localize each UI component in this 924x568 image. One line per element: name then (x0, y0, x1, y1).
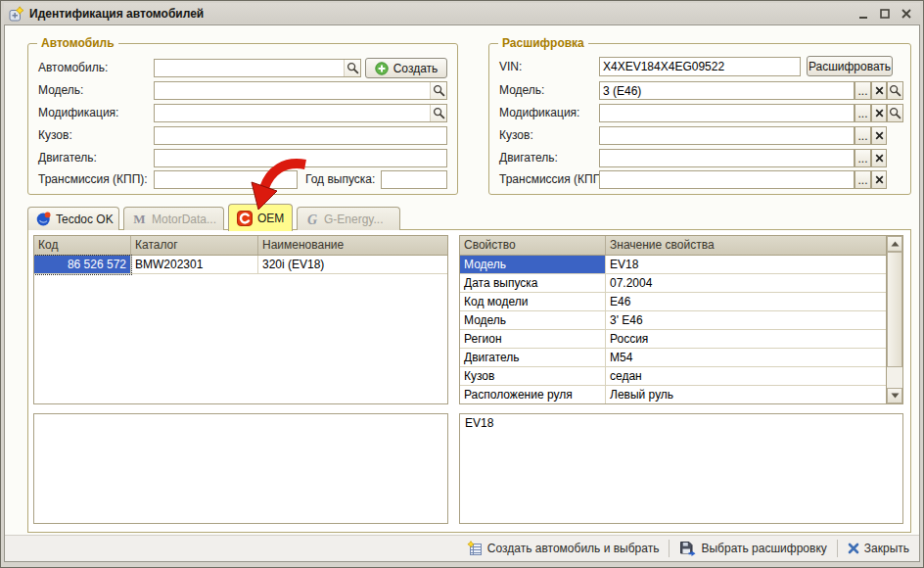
cell-code[interactable]: 86 526 572 (34, 256, 131, 274)
table-row[interactable]: 86 526 572 BMW202301 320i (EV18) (34, 256, 447, 274)
body-clear-button[interactable] (871, 126, 887, 145)
results-table[interactable]: Код Каталог Наименование 86 526 572 BMW2… (33, 235, 448, 404)
property-row[interactable]: Регион Россия (460, 330, 886, 349)
property-row[interactable]: Кузов седан (460, 367, 886, 386)
tecdoc-icon (36, 212, 51, 226)
transmission-ellipsis-button[interactable]: ... (855, 170, 871, 189)
scroll-up-icon[interactable] (887, 236, 902, 252)
model-search-button[interactable] (887, 81, 903, 100)
results-table-header[interactable]: Код Каталог Наименование (34, 236, 447, 256)
year-label: Год выпуска: (305, 170, 375, 189)
decode-modification-label: Модификация: (499, 104, 579, 122)
decode-engine-label: Двигатель: (499, 149, 558, 167)
create-car-icon (467, 541, 483, 556)
property-row[interactable]: Модель EV18 (460, 256, 886, 274)
close-button[interactable] (900, 7, 913, 21)
col-name[interactable]: Наименование (258, 236, 447, 255)
close-blue-icon (848, 543, 859, 554)
modification-label: Модификация: (38, 104, 118, 122)
properties-table[interactable]: Свойство Значение свойства Модель EV18 Д… (459, 235, 903, 404)
svg-text:M: M (133, 213, 145, 225)
cell-catalog[interactable]: BMW202301 (131, 256, 258, 274)
select-decode-icon (679, 541, 696, 556)
search-icon[interactable] (430, 82, 446, 99)
model-label: Модель: (38, 81, 83, 100)
col-code[interactable]: Код (34, 236, 131, 255)
genergy-icon: G (305, 213, 319, 226)
create-car-button[interactable]: Создать (365, 58, 447, 78)
maximize-button[interactable] (878, 7, 892, 21)
decode-transmission-input[interactable] (599, 170, 855, 189)
cell-name[interactable]: 320i (EV18) (258, 256, 447, 274)
vertical-scrollbar[interactable] (886, 236, 902, 403)
close-dialog-button[interactable]: Закрыть (845, 540, 912, 557)
property-row[interactable]: Код модели E46 (460, 293, 886, 311)
engine-label: Двигатель: (38, 149, 97, 167)
create-and-select-button[interactable]: Создать автомобиль и выбрать (464, 539, 663, 558)
property-row[interactable]: Модель 3' E46 (460, 311, 886, 330)
scrollbar-thumb[interactable] (887, 252, 902, 367)
model-ellipsis-button[interactable]: ... (855, 81, 871, 100)
select-decode-button[interactable]: Выбрать расшифровку (676, 539, 829, 558)
search-icon[interactable] (344, 60, 360, 76)
car-label: Автомобиль: (38, 59, 108, 77)
left-details-box[interactable] (33, 413, 448, 524)
model-input[interactable] (154, 81, 447, 100)
modification-ellipsis-button[interactable]: ... (855, 104, 871, 122)
properties-table-header[interactable]: Свойство Значение свойства (460, 236, 886, 256)
decode-body-input[interactable] (599, 126, 855, 145)
tab-genergy[interactable]: G G-Energy... (297, 207, 400, 230)
decode-button[interactable]: Расшифровать (807, 56, 893, 76)
property-row[interactable]: Двигатель M54 (460, 349, 886, 367)
tab-tecdoc[interactable]: Tecdoc OK (27, 207, 119, 230)
decode-group-title: Расшифровка (498, 36, 588, 50)
engine-clear-button[interactable] (871, 149, 887, 167)
tab-oem[interactable]: OEM (228, 204, 293, 231)
window-title: Идентификация автомобилей (29, 7, 852, 21)
decode-transmission-label: Трансмиссия (КПП): (499, 170, 609, 189)
right-details-box[interactable]: EV18 (459, 413, 903, 524)
decode-engine-input[interactable] (599, 149, 855, 167)
svg-text:G: G (307, 213, 317, 226)
tab-motordata[interactable]: M MotorData... (123, 207, 224, 230)
year-input[interactable] (381, 170, 447, 189)
titlebar[interactable]: Идентификация автомобилей (4, 3, 920, 24)
scroll-down-icon[interactable] (887, 388, 902, 403)
decode-group: Расшифровка VIN: X4XEV184X4EG09522 Расши… (488, 43, 911, 195)
body-label: Кузов: (38, 126, 72, 145)
modification-search-button[interactable] (887, 104, 903, 122)
body-input[interactable] (154, 126, 447, 145)
col-property[interactable]: Свойство (460, 236, 606, 255)
decode-model-label: Модель: (499, 81, 544, 100)
search-icon[interactable] (430, 105, 446, 121)
engine-ellipsis-button[interactable]: ... (855, 149, 871, 167)
add-icon (375, 62, 389, 75)
transmission-label: Трансмиссия (КПП): (38, 170, 148, 189)
col-value[interactable]: Значение свойства (606, 236, 886, 255)
body-ellipsis-button[interactable]: ... (855, 126, 871, 145)
vin-input[interactable]: X4XEV184X4EG09522 (599, 57, 801, 76)
model-clear-button[interactable] (871, 81, 887, 100)
transmission-input[interactable] (154, 170, 298, 189)
car-input[interactable] (154, 59, 361, 77)
minimize-button[interactable] (856, 7, 870, 21)
vehicle-identification-window: Идентификация автомобилей Автомобиль Авт… (0, 0, 924, 568)
modification-input[interactable] (154, 104, 447, 122)
transmission-clear-button[interactable] (871, 170, 887, 189)
motordata-icon: M (132, 213, 147, 225)
decode-body-label: Кузов: (499, 126, 533, 145)
decode-modification-input[interactable] (599, 104, 855, 122)
separator (837, 540, 838, 557)
engine-input[interactable] (154, 149, 447, 167)
car-group: Автомобиль Автомобиль: Создать Модель: М… (27, 43, 458, 195)
col-catalog[interactable]: Каталог (131, 236, 258, 255)
separator (669, 540, 670, 557)
car-group-title: Автомобиль (37, 36, 118, 50)
oem-icon (237, 211, 253, 226)
property-row[interactable]: Дата выпуска 07.2004 (460, 274, 886, 293)
property-row[interactable]: Расположение руля Левый руль (460, 386, 886, 404)
modification-clear-button[interactable] (871, 104, 887, 122)
decode-model-input[interactable]: 3 (E46) (599, 81, 855, 100)
vin-label: VIN: (499, 58, 522, 76)
command-bar: Создать автомобиль и выбрать Выбрать рас… (5, 535, 919, 561)
